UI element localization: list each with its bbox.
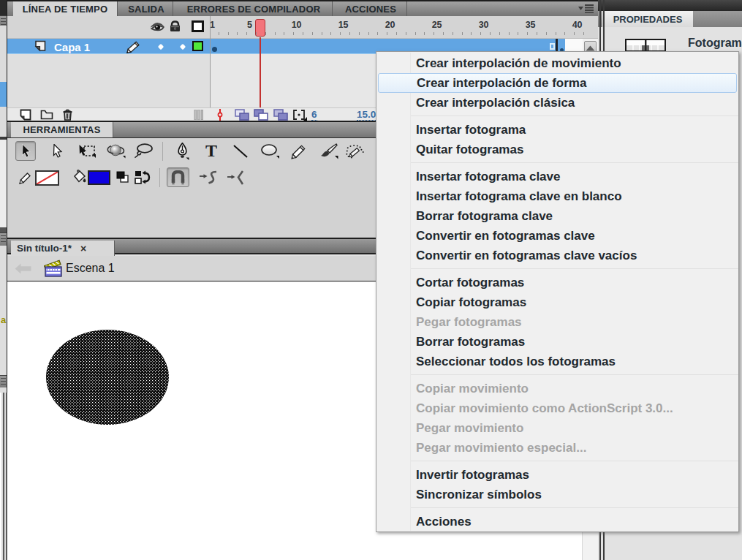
tool-straighten[interactable] <box>225 167 249 187</box>
menu-item-crear-interpolaci-n-de-movimiento[interactable]: Crear interpolación de movimiento <box>376 53 738 73</box>
ruler-tick <box>471 32 472 35</box>
ruler-tick <box>490 32 491 35</box>
ruler-tick <box>499 32 500 35</box>
tool-3d-rotation[interactable] <box>106 141 126 161</box>
tool-deco-spray[interactable] <box>345 141 366 161</box>
menu-item-convertir-en-fotogramas-clave-vac-os[interactable]: Convertir en fotogramas clave vacíos <box>376 246 738 265</box>
show-hide-layers-icon[interactable] <box>149 21 165 31</box>
keyframe-dot[interactable] <box>212 47 217 52</box>
menu-item-cortar-fotogramas[interactable]: Cortar fotogramas <box>376 273 738 292</box>
tool-free-transform[interactable] <box>77 141 98 161</box>
breadcrumb-scene-label[interactable]: Escena 1 <box>66 262 115 275</box>
menu-item-crear-interpolaci-n-de-forma[interactable]: Crear interpolación de forma <box>378 73 737 93</box>
sliver-segment <box>0 26 7 82</box>
playhead-handle[interactable] <box>255 19 265 37</box>
current-frame-value[interactable]: 6 <box>311 110 317 121</box>
new-folder-icon[interactable] <box>40 109 54 121</box>
menu-item-insertar-fotograma[interactable]: Insertar fotograma <box>376 120 738 140</box>
lock-layers-icon[interactable] <box>169 20 181 32</box>
tab-acciones[interactable]: ACCIONES <box>335 1 407 16</box>
menu-item-sincronizar-s-mbolos[interactable]: Sincronizar símbolos <box>376 485 738 504</box>
frame-span-end-marker[interactable] <box>550 43 555 50</box>
timeline-column-separator <box>210 16 211 121</box>
panel-menu-icon[interactable] <box>578 4 594 13</box>
ruler-tick <box>265 32 266 35</box>
tab-herramientas[interactable]: HERRAMIENTAS <box>11 122 113 137</box>
selected-ellipse-shape[interactable] <box>45 329 170 425</box>
tool-subselection[interactable] <box>47 141 67 161</box>
tool-snap-to-objects[interactable] <box>167 167 189 187</box>
pencil-tool-icon <box>289 143 308 159</box>
menu-items-list: Crear interpolación de movimientoCrear i… <box>376 53 738 531</box>
ruler-tick <box>453 32 453 35</box>
tool-pen[interactable] <box>172 141 192 161</box>
tool-brush[interactable] <box>319 141 340 161</box>
frame-rate-value[interactable]: 15.0 <box>357 110 376 121</box>
menu-item-seleccionar-todos-los-fotogramas[interactable]: Seleccionar todos los fotogramas <box>376 352 738 371</box>
menu-item-convertir-en-fotogramas-clave[interactable]: Convertir en fotogramas clave <box>376 226 738 246</box>
flash-application-window: a LÍNEA DE TIEMPOSALIDAERRORES DE COMPIL… <box>0 0 742 560</box>
timeline-frame-ruler[interactable]: 1510152025303540 <box>210 16 598 39</box>
scroll-up-arrow-icon <box>586 45 595 51</box>
new-layer-icon[interactable] <box>19 109 32 121</box>
ruler-frame-number: 15 <box>338 20 349 30</box>
ruler-frame-number: 35 <box>526 20 536 30</box>
ruler-tick <box>219 32 219 35</box>
center-frame-icon[interactable] <box>216 109 224 121</box>
menu-item-borrar-fotograma-clave[interactable]: Borrar fotograma clave <box>376 206 738 226</box>
tab-salida[interactable]: SALIDA <box>120 1 173 16</box>
tool-oval[interactable] <box>260 141 280 161</box>
swap-colors-button[interactable] <box>133 167 152 187</box>
sliver-segment <box>0 107 7 137</box>
layer-name-label[interactable]: Capa 1 <box>54 41 90 53</box>
ruler-tick <box>237 32 238 35</box>
no-color-diagonal-icon <box>37 172 58 184</box>
menu-item-copiar-fotogramas[interactable]: Copiar fotogramas <box>376 292 738 312</box>
menu-item-insertar-fotograma-clave[interactable]: Insertar fotograma clave <box>376 167 738 186</box>
ruler-tick <box>574 32 575 35</box>
menu-separator <box>376 504 738 512</box>
tool-smooth[interactable] <box>197 167 221 187</box>
modify-markers-icon[interactable] <box>292 109 307 121</box>
tool-text[interactable]: T <box>201 141 222 161</box>
fill-color-control[interactable] <box>69 167 90 187</box>
layer-unlocked-dot[interactable] <box>180 44 186 50</box>
tools-separator-2 <box>159 168 160 187</box>
document-tab[interactable]: Sin título-1* × <box>11 241 115 256</box>
tab-propiedades[interactable]: PROPIEDADES <box>602 11 693 27</box>
black-and-white-button[interactable] <box>114 167 132 187</box>
delete-layer-trash-icon[interactable] <box>61 109 74 121</box>
tool-line[interactable] <box>230 141 251 161</box>
ruler-tick <box>443 32 444 35</box>
menu-item-invertir-fotogramas[interactable]: Invertir fotogramas <box>376 465 738 485</box>
tool-lasso[interactable] <box>133 141 154 161</box>
tab-errores-de-compilador[interactable]: ERRORES DE COMPILADOR <box>175 1 333 16</box>
tool-selection[interactable] <box>15 141 36 161</box>
status-grip-icon[interactable] <box>194 110 204 120</box>
menu-item-borrar-fotogramas[interactable]: Borrar fotogramas <box>376 332 738 352</box>
sliver-grip-1 <box>0 15 7 26</box>
ruler-tick <box>415 32 416 35</box>
layer-outline-color-swatch[interactable] <box>192 41 203 51</box>
tab-l-nea-de-tiempo[interactable]: LÍNEA DE TIEMPO <box>13 1 118 16</box>
layer-visible-dot[interactable] <box>158 44 164 50</box>
menu-item-quitar-fotogramas[interactable]: Quitar fotogramas <box>376 140 738 159</box>
onion-skin-outlines-icon[interactable] <box>254 109 268 121</box>
menu-item-insertar-fotograma-clave-en-blanco[interactable]: Insertar fotograma clave en blanco <box>376 186 738 206</box>
outline-layers-icon[interactable] <box>192 20 204 32</box>
stroke-color-swatch-none[interactable] <box>35 170 59 186</box>
scene-clapperboard-icon <box>44 260 63 278</box>
context-menu: Crear interpolación de movimientoCrear i… <box>376 51 739 532</box>
document-close-icon[interactable]: × <box>80 243 86 254</box>
fill-color-swatch[interactable] <box>88 170 110 185</box>
onion-skin-icon[interactable] <box>235 109 249 121</box>
stroke-color-control[interactable] <box>16 167 35 187</box>
edit-multiple-frames-icon[interactable] <box>273 109 288 121</box>
tool-pencil[interactable] <box>289 141 309 161</box>
ruler-tick <box>546 32 547 35</box>
back-arrow-icon[interactable] <box>15 263 31 274</box>
tools-separator <box>162 142 163 161</box>
ruler-tick <box>340 32 341 35</box>
menu-item-acciones[interactable]: Acciones <box>376 512 738 531</box>
menu-item-crear-interpolaci-n-cl-sica[interactable]: Crear interpolación clásica <box>376 93 738 113</box>
